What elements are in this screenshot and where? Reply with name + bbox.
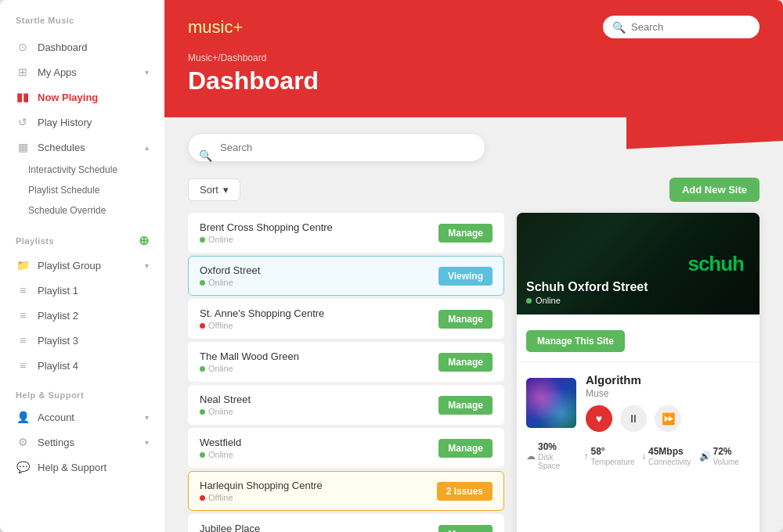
sidebar-label: Dashboard [38, 41, 88, 53]
sidebar-item-account[interactable]: 👤 Account ▾ [0, 404, 164, 430]
site-info: The Mall Wood Green Online [200, 350, 299, 373]
sidebar-label: Schedules [38, 142, 85, 153]
sidebar-label: Now Playing [38, 92, 98, 103]
track-info: Algorithm Muse ♥ ⏸ ⏩ [526, 373, 750, 432]
manage-this-site-button[interactable]: Manage This Site [526, 330, 625, 352]
search-icon: 🔍 [199, 149, 212, 162]
site-info: Brent Cross Shopping Centre Online [200, 221, 333, 244]
venue-overlay: Schuh Oxford Street Online [517, 213, 760, 315]
site-info: St. Anne's Shopping Centre Offline [200, 307, 324, 330]
status-dot [200, 452, 205, 458]
table-row[interactable]: The Mall Wood Green Online Manage [188, 342, 504, 382]
chevron-up-icon: ▴ [145, 143, 149, 152]
playlist-icon: ≡ [16, 359, 30, 372]
site-info: Oxford Street Online [200, 264, 260, 287]
sidebar-item-playlist-group[interactable]: 📁 Playlist Group ▾ [0, 253, 164, 278]
account-icon: 👤 [16, 411, 30, 423]
help-section-label: Help & Support [0, 378, 164, 404]
manage-button[interactable]: Manage [438, 396, 493, 415]
disk-icon: ☁ [526, 451, 536, 462]
sidebar-item-help[interactable]: 💬 Help & Support [0, 455, 164, 480]
now-playing-card: Algorithm Muse ♥ ⏸ ⏩ [517, 361, 760, 481]
viewing-button[interactable]: Viewing [438, 267, 493, 286]
header-search-wrap: 🔍 [603, 16, 760, 38]
sidebar-item-dashboard[interactable]: ⊙ Dashboard [0, 34, 164, 59]
playlist-icon: ≡ [16, 334, 30, 347]
header: music+ 🔍 Music+/Dashboard Dashboard [164, 0, 783, 117]
pause-button[interactable]: ⏸ [620, 405, 647, 432]
table-row[interactable]: Westfield Online Manage [188, 428, 504, 468]
sidebar-label: Play History [38, 117, 92, 128]
stat-temperature: ↑ 58° Temperature [584, 441, 636, 470]
add-playlist-icon[interactable]: ⊕ [139, 233, 150, 248]
header-search-input[interactable] [603, 16, 760, 38]
track-artist: Muse [586, 388, 750, 399]
site-info: Westfield Online [200, 437, 241, 459]
status-dot [200, 237, 205, 243]
sites-list: Brent Cross Shopping Centre Online Manag… [188, 213, 504, 532]
site-info: Jubilee Place Online [200, 523, 260, 532]
breadcrumb: Music+/Dashboard [188, 52, 760, 63]
playlist-icon: ≡ [16, 309, 30, 322]
sidebar-label: My Apps [38, 66, 77, 78]
chevron-down-icon: ▾ [223, 184, 229, 196]
status-dot [200, 323, 205, 329]
sidebar-item-settings[interactable]: ⚙ Settings ▾ [0, 430, 164, 455]
sidebar-item-my-apps[interactable]: ⊞ My Apps ▾ [0, 59, 164, 84]
forward-button[interactable]: ⏩ [655, 405, 681, 432]
venue-status-badge: Online [526, 296, 648, 305]
venue-name: Schuh Oxford Street [526, 280, 648, 294]
stat-volume: 🔊 72% Volume [699, 441, 751, 470]
sidebar-item-now-playing[interactable]: ▮▮ Now Playing [0, 84, 164, 110]
manage-button[interactable]: Manage [438, 525, 493, 533]
history-icon: ↺ [16, 116, 30, 128]
toolbar: Sort ▾ Add New Site [188, 178, 760, 202]
sort-button[interactable]: Sort ▾ [188, 178, 240, 201]
sidebar-item-playlist-3[interactable]: ≡ Playlist 3 [0, 328, 164, 353]
page-title: Dashboard [188, 66, 760, 95]
folder-icon: 📁 [16, 259, 30, 271]
sidebar-item-play-history[interactable]: ↺ Play History [0, 110, 164, 135]
volume-icon: 🔊 [699, 451, 711, 462]
table-row[interactable]: Harlequin Shopping Centre Offline 2 Issu… [188, 471, 504, 511]
content-search-input[interactable] [188, 133, 485, 162]
sidebar-sub-playlist-schedule[interactable]: Playlist Schedule [0, 180, 164, 200]
chevron-down-icon: ▾ [145, 261, 149, 270]
temp-icon: ↑ [584, 451, 589, 462]
manage-button[interactable]: Manage [438, 353, 493, 372]
sidebar-item-schedules[interactable]: ▦ Schedules ▴ [0, 135, 164, 160]
venue-image: schuh Schuh Oxford Street Online [517, 213, 760, 315]
now-playing-icon: ▮▮ [16, 91, 30, 103]
player-controls: ♥ ⏸ ⏩ [586, 405, 750, 432]
issues-button[interactable]: 2 Issues [437, 482, 493, 501]
table-row[interactable]: Neal Street Online Manage [188, 385, 504, 425]
stat-disk-space: ☁ 30% Disk Space [526, 441, 578, 470]
sidebar-item-playlist-2[interactable]: ≡ Playlist 2 [0, 303, 164, 328]
connectivity-icon: ↓ [641, 451, 646, 462]
venue-top-info: Manage This Site [517, 315, 760, 361]
manage-button[interactable]: Manage [438, 224, 493, 243]
table-row[interactable]: St. Anne's Shopping Centre Offline Manag… [188, 299, 504, 339]
site-info: Harlequin Shopping Centre Offline [200, 480, 323, 502]
chevron-down-icon: ▾ [145, 438, 149, 447]
table-row[interactable]: Oxford Street Online Viewing [188, 256, 504, 296]
add-site-button[interactable]: Add New Site [669, 178, 760, 202]
table-row[interactable]: Brent Cross Shopping Centre Online Manag… [188, 213, 504, 253]
dashboard-icon: ⊙ [16, 41, 30, 53]
sidebar-item-playlist-1[interactable]: ≡ Playlist 1 [0, 278, 164, 303]
table-row[interactable]: Jubilee Place Online Manage [188, 514, 504, 532]
manage-button[interactable]: Manage [438, 439, 493, 458]
manage-button[interactable]: Manage [438, 310, 493, 329]
sidebar-sub-interactivity[interactable]: Interactivity Schedule [0, 160, 164, 180]
two-column-layout: Brent Cross Shopping Centre Online Manag… [188, 213, 760, 532]
chevron-down-icon: ▾ [145, 68, 149, 77]
stat-connectivity: ↓ 45Mbps Connectivity [641, 441, 693, 470]
playlist-icon: ≡ [16, 284, 30, 297]
site-info: Neal Street Online [200, 394, 251, 416]
sidebar-item-playlist-4[interactable]: ≡ Playlist 4 [0, 353, 164, 378]
playlists-section-label: Playlists ⊕ [0, 221, 164, 253]
like-button[interactable]: ♥ [586, 405, 612, 432]
track-details: Algorithm Muse ♥ ⏸ ⏩ [586, 373, 750, 432]
content-area: 🔍 Sort ▾ Add New Site Brent Cross [164, 117, 783, 532]
sidebar-sub-schedule-override[interactable]: Schedule Override [0, 200, 164, 221]
